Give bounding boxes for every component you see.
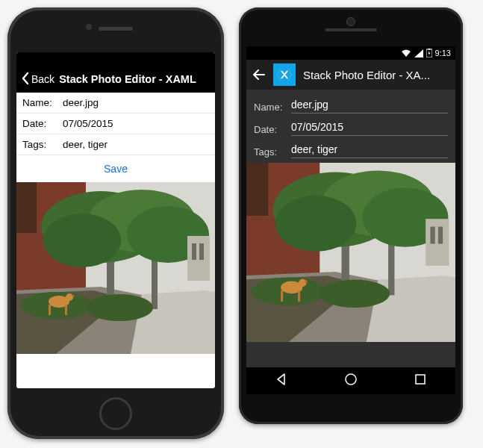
photo-preview bbox=[16, 182, 215, 354]
name-label: Name: bbox=[22, 97, 63, 108]
name-input[interactable] bbox=[63, 97, 209, 108]
svg-rect-46 bbox=[298, 290, 300, 302]
svg-rect-50 bbox=[430, 227, 434, 244]
svg-rect-25 bbox=[428, 49, 430, 50]
ios-row-date: Date: bbox=[16, 113, 215, 134]
wifi-icon bbox=[401, 49, 411, 57]
svg-rect-2 bbox=[16, 182, 37, 233]
date-input[interactable] bbox=[291, 118, 448, 136]
svg-rect-30 bbox=[246, 163, 268, 216]
ios-page-title: Stack Photo Editor - XAML bbox=[59, 73, 196, 85]
android-row-name: Name: bbox=[254, 96, 448, 113]
android-camera-dot bbox=[346, 17, 355, 26]
svg-point-15 bbox=[86, 294, 153, 321]
date-label: Date: bbox=[254, 119, 291, 135]
svg-point-40 bbox=[275, 196, 357, 252]
android-speaker bbox=[325, 28, 377, 31]
svg-rect-23 bbox=[199, 243, 204, 260]
tags-label: Tags: bbox=[22, 139, 63, 150]
back-arrow-icon[interactable] bbox=[252, 68, 266, 81]
android-form: Name: Date: Tags: bbox=[246, 90, 455, 158]
date-input[interactable] bbox=[63, 118, 209, 129]
android-row-date: Date: bbox=[254, 118, 448, 136]
ios-row-name: Name: bbox=[16, 93, 215, 113]
iphone-device-frame: Back Stack Photo Editor - XAML Name: Dat… bbox=[7, 7, 224, 439]
nav-home-icon[interactable] bbox=[343, 372, 358, 390]
svg-rect-20 bbox=[72, 295, 74, 297]
android-action-bar: Stack Photo Editor - XA... bbox=[246, 60, 455, 90]
ios-row-tags: Tags: bbox=[16, 134, 215, 155]
battery-icon bbox=[426, 49, 432, 57]
save-button[interactable]: Save bbox=[16, 155, 215, 182]
nav-back-icon[interactable] bbox=[274, 372, 289, 390]
svg-rect-53 bbox=[416, 375, 425, 384]
nav-recents-icon[interactable] bbox=[413, 372, 428, 390]
back-chevron-icon[interactable] bbox=[21, 72, 30, 87]
svg-point-43 bbox=[320, 280, 390, 308]
svg-rect-51 bbox=[438, 227, 443, 244]
back-button[interactable]: Back bbox=[31, 73, 54, 85]
svg-point-52 bbox=[346, 374, 356, 385]
tags-label: Tags: bbox=[254, 142, 291, 158]
ios-nav-bar: Back Stack Photo Editor - XAML bbox=[16, 66, 215, 93]
svg-rect-49 bbox=[426, 219, 449, 266]
svg-rect-22 bbox=[192, 243, 196, 260]
name-input[interactable] bbox=[291, 96, 448, 113]
android-status-bar: 9:13 bbox=[246, 46, 455, 60]
svg-rect-21 bbox=[187, 236, 210, 281]
android-photo-wrap bbox=[246, 163, 455, 342]
name-label: Name: bbox=[254, 97, 291, 113]
svg-rect-18 bbox=[65, 305, 67, 315]
iphone-home-button[interactable] bbox=[99, 397, 132, 430]
ios-form: Name: Date: Tags: Save bbox=[16, 93, 215, 182]
date-label: Date: bbox=[22, 118, 63, 129]
android-page-title: Stack Photo Editor - XA... bbox=[303, 69, 430, 81]
android-device-frame: 9:13 Stack Photo Editor - XA... Name: Da… bbox=[239, 7, 463, 424]
ios-status-bar bbox=[16, 52, 215, 66]
iphone-speaker bbox=[99, 27, 133, 31]
status-time: 9:13 bbox=[435, 49, 451, 57]
svg-rect-17 bbox=[49, 305, 51, 315]
xamarin-logo-icon bbox=[273, 63, 296, 86]
svg-rect-48 bbox=[305, 281, 307, 283]
photo-preview bbox=[246, 163, 455, 342]
android-nav-keys bbox=[246, 367, 455, 394]
android-screen: 9:13 Stack Photo Editor - XA... Name: Da… bbox=[246, 46, 455, 394]
android-row-tags: Tags: bbox=[254, 140, 448, 158]
iphone-screen: Back Stack Photo Editor - XAML Name: Dat… bbox=[16, 52, 215, 388]
svg-rect-45 bbox=[281, 290, 283, 302]
svg-point-12 bbox=[43, 214, 121, 267]
tags-input[interactable] bbox=[291, 140, 448, 158]
tags-input[interactable] bbox=[63, 139, 209, 150]
signal-icon bbox=[414, 49, 423, 57]
iphone-camera-dot bbox=[86, 24, 92, 30]
